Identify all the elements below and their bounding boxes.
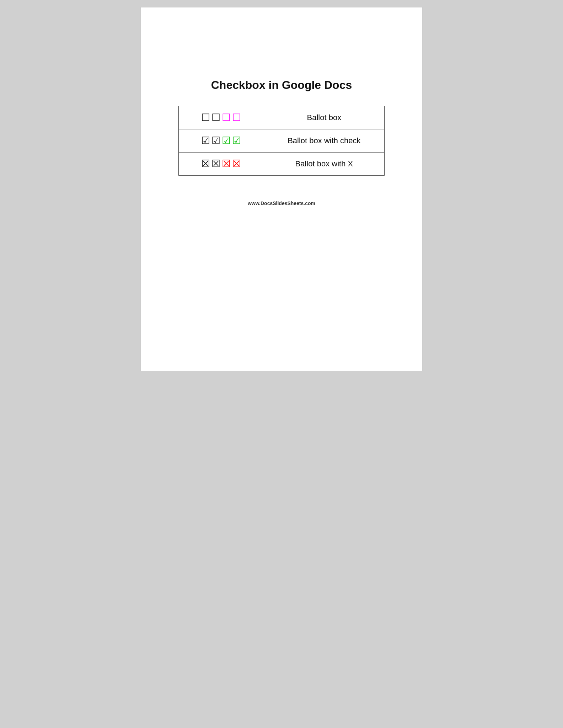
symbols-cell: ☒☒☒☒ <box>179 152 264 176</box>
row-label: Ballot box with X <box>264 152 384 176</box>
symbol-0-3: ☐ <box>232 113 241 123</box>
symbol-1-0: ☑ <box>201 136 210 146</box>
symbol-2-0: ☒ <box>201 159 210 169</box>
symbols-cell: ☑☑☑☑ <box>179 129 264 152</box>
symbol-0-2: ☐ <box>222 113 231 123</box>
symbol-1-1: ☑ <box>211 136 220 146</box>
document-page: Checkbox in Google Docs ☐☐☐☐Ballot box☑☑… <box>140 7 423 371</box>
symbol-2-2: ☒ <box>222 159 231 169</box>
symbol-0-1: ☐ <box>211 113 220 123</box>
symbol-2-1: ☒ <box>211 159 220 169</box>
symbol-2-3: ☒ <box>232 159 241 169</box>
table-row: ☑☑☑☑Ballot box with check <box>179 129 385 152</box>
symbol-1-2: ☑ <box>222 136 231 146</box>
checkbox-table: ☐☐☐☐Ballot box☑☑☑☑Ballot box with check☒… <box>178 106 385 176</box>
row-label: Ballot box <box>264 106 384 129</box>
table-row: ☒☒☒☒Ballot box with X <box>179 152 385 176</box>
symbols-cell: ☐☐☐☐ <box>179 106 264 129</box>
symbol-0-0: ☐ <box>201 113 210 123</box>
website-label: www.DocsSlidesSheets.com <box>248 200 315 206</box>
table-row: ☐☐☐☐Ballot box <box>179 106 385 129</box>
row-label: Ballot box with check <box>264 129 384 152</box>
symbol-1-3: ☑ <box>232 136 241 146</box>
page-title: Checkbox in Google Docs <box>211 79 352 92</box>
